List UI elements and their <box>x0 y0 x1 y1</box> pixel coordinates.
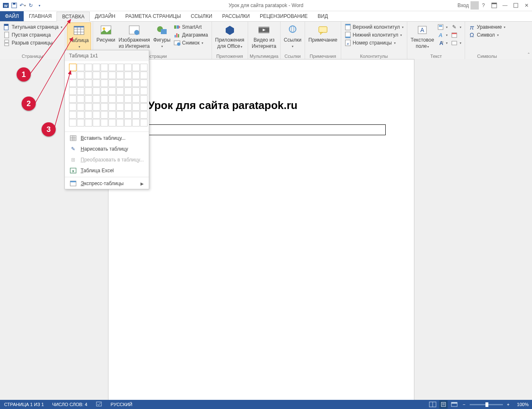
minimize-icon[interactable]: — <box>501 2 509 9</box>
excel-table-item[interactable]: XТаблица Excel <box>65 165 149 176</box>
header-icon <box>345 24 351 30</box>
login-area[interactable]: Вход <box>458 1 479 10</box>
grid-cell[interactable] <box>132 103 140 111</box>
tab-mailings[interactable]: РАССЫЛКИ <box>217 11 255 21</box>
screenshot-button[interactable]: Снимок▾ <box>172 39 209 47</box>
svg-text:A: A <box>420 27 424 33</box>
shapes-button[interactable]: Фигуры▾ <box>152 22 172 50</box>
wordart-button[interactable]: A▾ <box>436 31 449 39</box>
close-icon[interactable]: ✕ <box>523 2 530 9</box>
links-button[interactable]: Ссылки▾ <box>282 22 303 50</box>
video-button[interactable]: Видео изИнтернета <box>250 22 278 50</box>
signature-button[interactable]: ✎▾ <box>449 23 463 31</box>
grid-cell[interactable] <box>132 119 140 126</box>
apps-label-1: Приложения <box>215 37 244 43</box>
collapse-ribbon-icon[interactable]: ˆ <box>528 52 530 58</box>
status-page[interactable]: СТРАНИЦА 1 ИЗ 1 <box>0 402 48 407</box>
group-comments: Примечание Примечания <box>305 22 341 60</box>
object-icon <box>451 40 458 46</box>
smartart-label: SmartArt <box>182 24 202 30</box>
status-language[interactable]: РУССКИЙ <box>106 402 136 407</box>
grid-cell[interactable] <box>132 87 140 95</box>
status-proofing-icon[interactable] <box>91 401 106 408</box>
callout-1: 1 <box>17 67 31 82</box>
document-table[interactable] <box>148 124 386 135</box>
grid-cell[interactable] <box>140 87 148 95</box>
equation-button[interactable]: πУравнение▾ <box>467 23 507 31</box>
grid-cell[interactable] <box>140 64 148 71</box>
footer-button[interactable]: Нижний колонтитул▾ <box>343 31 405 39</box>
tab-references[interactable]: ССЫЛКИ <box>186 11 217 21</box>
zoom-level[interactable]: 100% <box>514 402 529 407</box>
svg-rect-44 <box>345 37 350 38</box>
smartart-button[interactable]: SmartArt <box>172 23 209 31</box>
tab-view[interactable]: ВИД <box>313 11 333 21</box>
object-button[interactable]: ▾ <box>449 39 463 47</box>
grid-cell[interactable] <box>124 64 132 71</box>
grid-cell[interactable] <box>124 72 132 79</box>
datetime-button[interactable] <box>449 31 463 39</box>
symbol-button[interactable]: ΩСимвол▾ <box>467 31 507 39</box>
svg-rect-71 <box>96 402 101 406</box>
quick-tables-item[interactable]: Экспресс-таблицы▶ <box>65 178 149 189</box>
document-page[interactable]: Урок для сайта paratapok.ru <box>108 59 414 400</box>
window-controls: ? — ✕ <box>480 2 530 9</box>
zoom-slider[interactable] <box>470 404 503 405</box>
video-label-2: Интернета <box>252 44 276 49</box>
help-icon[interactable]: ? <box>480 2 487 9</box>
svg-rect-49 <box>438 25 443 30</box>
grid-cell[interactable] <box>140 119 148 126</box>
links-label: Ссылки <box>284 37 301 43</box>
weblayout-icon[interactable] <box>450 400 458 409</box>
dropcap-button[interactable]: A▾ <box>436 39 449 47</box>
maximize-icon[interactable] <box>512 2 520 9</box>
zoom-in-button[interactable]: + <box>505 402 511 407</box>
grid-cell[interactable] <box>124 79 132 87</box>
smartart-icon <box>174 24 180 30</box>
status-words[interactable]: ЧИСЛО СЛОВ: 4 <box>48 402 92 407</box>
grid-cell[interactable] <box>124 111 132 119</box>
header-button[interactable]: Верхний колонтитул▾ <box>343 23 405 31</box>
apps-button[interactable]: Приложениядля Office▾ <box>214 22 246 50</box>
svg-rect-50 <box>439 25 442 27</box>
zoom-out-button[interactable]: − <box>461 402 467 407</box>
tab-review[interactable]: РЕЦЕНЗИРОВАНИЕ <box>255 11 313 21</box>
grid-cell[interactable] <box>132 72 140 79</box>
grid-cell[interactable] <box>132 64 140 71</box>
svg-rect-66 <box>70 181 76 182</box>
grid-cell[interactable] <box>140 79 148 87</box>
grid-cell[interactable] <box>124 103 132 111</box>
grid-cell[interactable] <box>124 95 132 103</box>
pagenum-button[interactable]: #Номер страницы▾ <box>343 39 405 47</box>
grid-cell[interactable] <box>140 95 148 103</box>
grid-cell[interactable] <box>140 111 148 119</box>
svg-rect-25 <box>177 25 179 29</box>
quickparts-icon <box>437 24 444 30</box>
grid-cell[interactable] <box>124 87 132 95</box>
grid-cell[interactable] <box>140 72 148 79</box>
video-icon <box>257 23 271 37</box>
grid-cell[interactable] <box>132 95 140 103</box>
grid-cell[interactable] <box>132 111 140 119</box>
grid-cell[interactable] <box>124 119 132 126</box>
login-label: Вход <box>458 2 469 8</box>
readmode-icon[interactable] <box>429 400 437 409</box>
footer-label: Нижний колонтитул <box>353 32 399 38</box>
comment-button[interactable]: Примечание <box>307 22 339 44</box>
quickparts-button[interactable]: ▾ <box>436 23 449 31</box>
group-apps: Приложениядля Office▾ Приложения <box>212 22 248 60</box>
textbox-button[interactable]: AТекстовоеполе▾ <box>409 22 436 50</box>
svg-marker-40 <box>320 32 323 35</box>
grid-cell[interactable] <box>140 103 148 111</box>
svg-rect-42 <box>345 24 350 25</box>
svg-rect-74 <box>441 402 446 407</box>
printlayout-icon[interactable] <box>439 400 448 409</box>
svg-line-68 <box>30 20 71 74</box>
grid-cell[interactable] <box>132 79 140 87</box>
chart-button[interactable]: Диаграмма <box>172 31 209 39</box>
tab-layout[interactable]: РАЗМЕТКА СТРАНИЦЫ <box>121 11 186 21</box>
ribbon-display-icon[interactable] <box>490 2 498 9</box>
group-symbols: πУравнение▾ ΩСимвол▾ Символы <box>465 22 509 60</box>
svg-point-31 <box>177 42 180 46</box>
document-title: Урок для сайта paratapok - Word <box>229 2 303 8</box>
